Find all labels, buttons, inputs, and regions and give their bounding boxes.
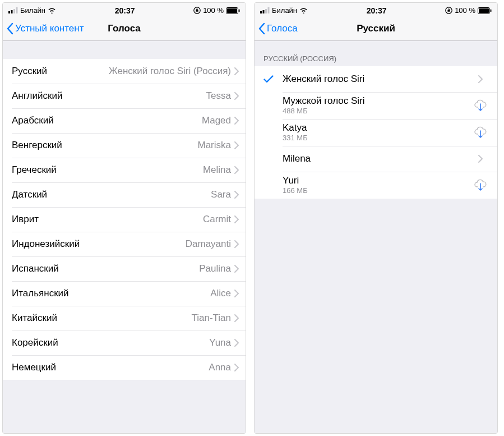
selected-voice: Alice [69, 288, 234, 299]
chevron-right-icon [234, 364, 239, 371]
nav-bar: Устный контент Голоса [3, 16, 246, 41]
voice-row[interactable]: Milena [255, 146, 497, 172]
selected-voice: Tian-Tian [57, 313, 234, 324]
voice-row[interactable]: Yuri166 МБ [255, 172, 497, 199]
status-left: Билайн [260, 6, 308, 15]
voice-text: Yuri166 МБ [283, 175, 470, 195]
language-name: Китайский [12, 313, 57, 324]
svg-rect-6 [227, 8, 237, 13]
language-row[interactable]: ИтальянскийAlice [3, 281, 246, 306]
signal-icon [8, 7, 18, 13]
language-row[interactable]: ГреческийMelina [3, 158, 246, 182]
download-icon[interactable] [470, 179, 491, 191]
selected-voice: Maged [54, 115, 234, 126]
language-row[interactable]: ВенгерскийMariska [3, 133, 246, 158]
voice-name: Milena [283, 153, 470, 164]
chevron-right-icon [234, 67, 239, 75]
chevron-right-icon [234, 240, 239, 248]
language-row[interactable]: ДатскийSara [3, 182, 246, 207]
status-time: 20:37 [367, 6, 387, 15]
language-name: Датский [12, 189, 47, 200]
voice-name: Katya [283, 122, 470, 134]
svg-rect-15 [491, 9, 492, 12]
language-name: Итальянский [12, 288, 69, 299]
checkmark-icon [255, 75, 283, 83]
chevron-right-icon [234, 141, 239, 149]
language-row[interactable]: АнглийскийTessa [3, 84, 246, 108]
chevron-right-icon [234, 314, 239, 322]
svg-rect-9 [263, 10, 265, 13]
svg-rect-2 [13, 9, 15, 13]
language-row[interactable]: ИвритCarmit [3, 207, 246, 232]
selected-voice: Tessa [62, 90, 234, 102]
status-bar: Билайн 20:37 100 % [255, 3, 497, 16]
download-icon[interactable] [470, 99, 491, 112]
svg-rect-3 [16, 7, 18, 13]
orientation-lock-icon [193, 7, 201, 14]
chevron-right-icon [234, 92, 239, 100]
language-name: Испанский [12, 263, 59, 274]
language-row[interactable]: РусскийЖенский голос Siri (Россия) [3, 59, 246, 84]
voice-name: Женский голос Siri [283, 74, 470, 85]
back-label: Голоса [267, 23, 298, 34]
voice-row[interactable]: Katya331 МБ [255, 119, 497, 146]
battery-label: 100 % [203, 6, 224, 15]
chevron-right-icon [234, 215, 239, 223]
back-label: Устный контент [15, 23, 84, 34]
selected-voice: Melina [57, 164, 234, 176]
voice-row[interactable]: Женский голос Siri [255, 66, 497, 92]
back-button[interactable]: Голоса [258, 16, 298, 41]
screen-voice-detail: Билайн 20:37 100 % Голоса Русский РУССКИ… [254, 2, 498, 434]
chevron-left-icon [258, 22, 265, 35]
language-name: Русский [12, 66, 47, 77]
language-row[interactable]: КитайскийTian-Tian [3, 306, 246, 331]
voice-name: Yuri [283, 175, 470, 186]
voice-list: Женский голос SiriМужской голос Siri488 … [255, 66, 497, 199]
chevron-right-icon [470, 75, 491, 83]
status-right: 100 % [445, 6, 492, 15]
battery-icon [478, 7, 492, 14]
back-button[interactable]: Устный контент [6, 16, 84, 41]
voice-text: Женский голос Siri [283, 74, 470, 85]
selected-voice: Anna [56, 362, 234, 373]
language-name: Греческий [12, 164, 57, 176]
voice-size: 331 МБ [283, 134, 470, 143]
language-name: Индонезийский [12, 238, 80, 250]
chevron-right-icon [234, 117, 239, 125]
language-name: Немецкий [12, 362, 56, 373]
status-right: 100 % [193, 6, 240, 15]
svg-rect-0 [8, 11, 10, 13]
wifi-icon [48, 7, 56, 13]
content[interactable]: РусскийЖенский голос Siri (Россия)Англий… [3, 41, 246, 433]
carrier-label: Билайн [20, 6, 45, 15]
language-row[interactable]: ИндонезийскийDamayanti [3, 232, 246, 256]
svg-rect-7 [239, 9, 240, 12]
language-name: Иврит [12, 214, 39, 225]
language-list: РусскийЖенский голос Siri (Россия)Англий… [3, 59, 246, 380]
chevron-right-icon [470, 155, 491, 163]
voice-name: Мужской голос Siri [283, 95, 470, 107]
selected-voice: Yuna [58, 337, 234, 348]
voice-row[interactable]: Мужской голос Siri488 МБ [255, 92, 497, 119]
chevron-right-icon [234, 166, 239, 174]
status-bar: Билайн 20:37 100 % [3, 3, 246, 16]
language-name: Венгерский [12, 140, 62, 151]
language-row[interactable]: КорейскийYuna [3, 331, 246, 355]
status-time: 20:37 [115, 6, 135, 15]
selected-voice: Женский голос Siri (Россия) [47, 66, 234, 77]
voice-size: 166 МБ [283, 186, 470, 195]
chevron-right-icon [234, 265, 239, 273]
selected-voice: Damayanti [80, 238, 234, 250]
language-row[interactable]: ИспанскийPaulina [3, 256, 246, 281]
download-icon[interactable] [470, 126, 491, 139]
nav-bar: Голоса Русский [255, 16, 497, 41]
language-row[interactable]: НемецкийAnna [3, 355, 246, 380]
chevron-right-icon [234, 339, 239, 347]
content[interactable]: РУССКИЙ (РОССИЯ) Женский голос SiriМужск… [255, 41, 497, 433]
chevron-right-icon [234, 191, 239, 199]
voice-text: Milena [283, 153, 470, 164]
voice-size: 488 МБ [283, 107, 470, 116]
language-row[interactable]: АрабскийMaged [3, 108, 246, 133]
section-header: РУССКИЙ (РОССИЯ) [255, 41, 497, 66]
voice-text: Мужской голос Siri488 МБ [283, 95, 470, 116]
